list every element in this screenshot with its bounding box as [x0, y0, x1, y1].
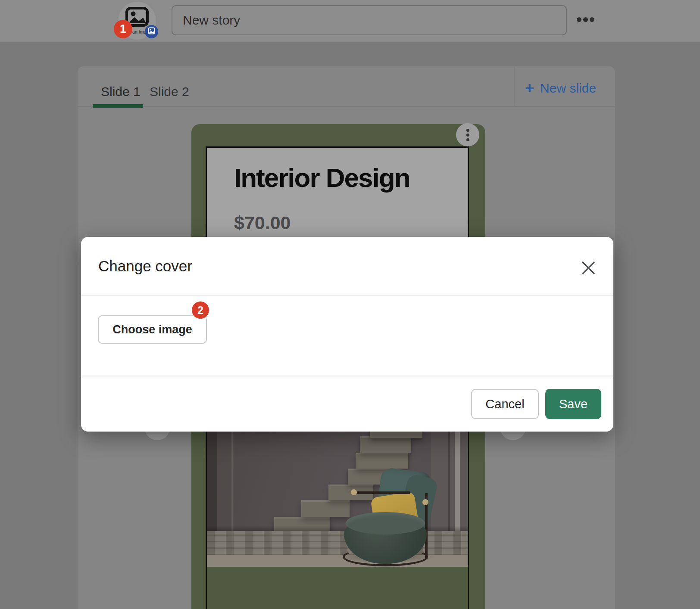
- new-slide-button[interactable]: + New slide: [525, 81, 596, 96]
- tab-slide-2[interactable]: Slide 2: [150, 84, 189, 99]
- dot-icon: [577, 17, 581, 22]
- dot-icon: [590, 17, 594, 22]
- chair-brass-joint: [422, 499, 428, 505]
- modal-header: Change cover: [81, 237, 613, 296]
- choose-image-button[interactable]: Choose image: [98, 315, 207, 344]
- tab-slide-1[interactable]: Slide 1: [101, 84, 141, 99]
- modal-body: Choose image: [81, 297, 613, 376]
- story-title-input[interactable]: [172, 5, 567, 35]
- chair-seat: [346, 512, 425, 534]
- small-image-icon: [148, 27, 155, 36]
- chair-brass-joint: [351, 489, 357, 495]
- stair-step: [301, 500, 350, 517]
- tabbar-divider: [78, 106, 615, 107]
- tabbar-vertical-divider: [514, 66, 515, 107]
- stair-step: [360, 436, 411, 453]
- slide-green-footer: [207, 567, 468, 609]
- more-actions-button[interactable]: [577, 17, 594, 22]
- annotation-badge-1: 1: [114, 20, 132, 38]
- dot-icon: [466, 129, 469, 132]
- slide-price: $70.00: [234, 212, 291, 233]
- dot-icon: [466, 134, 469, 137]
- topbar: Add an image 1: [0, 0, 700, 43]
- modal-footer: Cancel Save: [81, 376, 613, 432]
- new-slide-label: New slide: [540, 81, 596, 96]
- chair-metal-ring: [343, 547, 428, 566]
- annotation-badge-2: 2: [192, 301, 209, 319]
- close-icon[interactable]: [579, 258, 598, 277]
- cancel-button[interactable]: Cancel: [471, 389, 539, 419]
- dot-icon: [466, 138, 469, 141]
- stair-step: [356, 453, 408, 469]
- dot-icon: [583, 17, 588, 22]
- modal-title: Change cover: [98, 258, 192, 275]
- change-cover-modal: Change cover Choose image 2 Cancel Save: [81, 237, 613, 432]
- active-tab-underline: [93, 104, 143, 108]
- plus-icon: +: [525, 82, 534, 95]
- slide-title: Interior Design: [234, 162, 410, 193]
- add-image-badge[interactable]: [145, 25, 158, 38]
- slide-options-button[interactable]: [456, 123, 479, 146]
- save-button[interactable]: Save: [545, 389, 601, 419]
- story-editor-screen: Add an image 1 Slide 1 Slide 2 + New sli…: [0, 0, 700, 609]
- chair-armrest: [353, 491, 410, 494]
